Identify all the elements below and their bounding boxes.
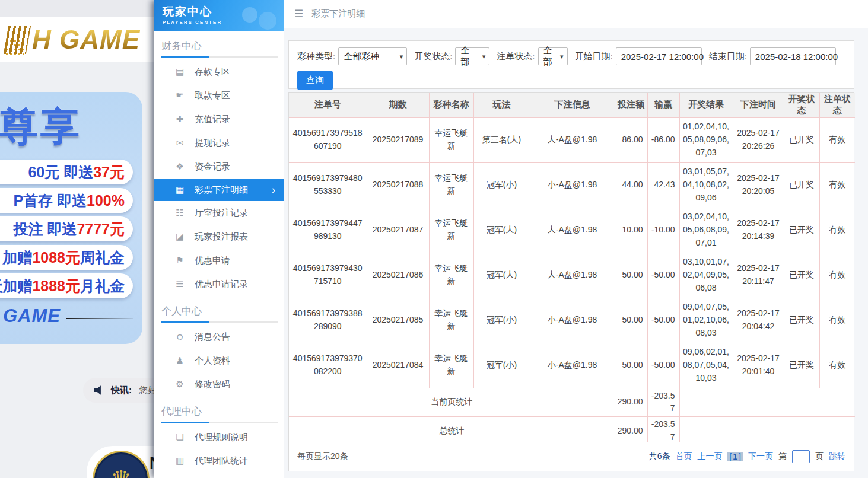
crest-logo-icon: ♛	[93, 451, 150, 478]
table-cell: 50.00	[615, 298, 647, 343]
table-cell: 已开奖	[784, 208, 819, 253]
lottery-type-select[interactable]: 全部彩种 ▾	[338, 47, 407, 65]
draw-status-select[interactable]: 全部 ▾	[455, 47, 489, 65]
sidebar-item[interactable]: Ω消息公告	[154, 325, 284, 349]
table-cell: 2025-02-17 20:01:40	[733, 343, 784, 388]
chevron-right-icon: ›	[272, 184, 275, 195]
next-page-link[interactable]: 下一页	[748, 451, 773, 462]
jump-page-input[interactable]	[792, 450, 810, 463]
lottery-bet-detail-icon: ▦	[174, 184, 185, 195]
table-cell: 86.00	[615, 117, 647, 162]
total-count-text: 共6条	[649, 451, 670, 462]
table-cell: -50.00	[647, 343, 679, 388]
table-cell: 2025-02-17 20:26:26	[733, 117, 784, 162]
sidebar-item[interactable]: ⚑优惠申请	[154, 248, 284, 272]
player-center-sidebar: 玩家中心 PLAYERS CENTER 财务中心▤存款专区☛取款专区✚充值记录✉…	[154, 0, 284, 478]
sidebar-item[interactable]: ⚙修改密码	[154, 372, 284, 396]
sidebar-item[interactable]: ▦彩票下注明细›	[154, 179, 284, 201]
table-cell: 幸运飞艇新	[429, 343, 473, 388]
column-header: 期数	[367, 93, 429, 117]
table-cell: 幸运飞艇新	[429, 208, 473, 253]
sidebar-header: 玩家中心 PLAYERS CENTER	[154, 0, 284, 31]
table-cell: 20250217087	[367, 208, 429, 253]
sidebar-item[interactable]: ♟个人资料	[154, 349, 284, 372]
sidebar-item[interactable]: ❏代理规则说明	[154, 425, 284, 449]
table-cell: 大-A盘@1.98	[530, 117, 615, 162]
table-cell: 有效	[819, 117, 855, 162]
promo-text-segment: 7777元	[77, 219, 125, 239]
sidebar-item-label: 个人资料	[195, 355, 230, 367]
sidebar-section-title: 代理中心	[161, 404, 276, 418]
recharge-record-icon: ✚	[174, 114, 185, 125]
hamburger-menu-icon[interactable]: ☰	[294, 8, 303, 20]
topbar: ☰ 彩票下注明细	[284, 0, 868, 28]
gamepad-graphic	[242, 2, 278, 28]
sidebar-item-label: 充值记录	[195, 114, 230, 125]
current-page-indicator: [1]	[727, 452, 743, 461]
table-cell: 2025-02-17 20:14:39	[733, 208, 784, 253]
table-cell: 401569173979447989130	[289, 208, 367, 253]
sidebar-item-label: 彩票下注明细	[195, 184, 248, 196]
promo-apply-icon: ⚑	[174, 255, 185, 266]
table-cell: 2025-02-17 20:04:42	[733, 298, 784, 343]
chevron-down-icon: ▾	[395, 53, 403, 60]
table-cell: -10.00	[647, 208, 679, 253]
table-cell: 冠军(大)	[473, 208, 530, 253]
table-cell: 已开奖	[784, 298, 819, 343]
sidebar-item[interactable]: ☰优惠申请记录	[154, 272, 284, 296]
table-row: 40156917397937008220020250217084幸运飞艇新冠军(…	[289, 343, 855, 388]
table-cell: 小-A盘@1.98	[530, 298, 615, 343]
brand-logo: H GAME	[32, 25, 140, 55]
end-date-input[interactable]: 2025-02-18 12:00:00	[750, 47, 836, 65]
sidebar-item[interactable]: ❖资金记录	[154, 155, 284, 179]
table-cell: 大-A盘@1.98	[530, 208, 615, 253]
sidebar-item[interactable]: ▥代理团队统计	[154, 449, 284, 473]
table-cell: 幸运飞艇新	[429, 117, 473, 162]
order-status-select[interactable]: 全部 ▾	[538, 47, 568, 65]
lottery-type-value: 全部彩种	[344, 51, 379, 62]
summary-row: 总统计290.00-203.57	[289, 416, 855, 445]
first-page-link[interactable]: 首页	[675, 451, 692, 462]
prev-page-link[interactable]: 上一页	[697, 451, 722, 462]
summary-label: 当前页统计	[289, 388, 615, 416]
table-cell: 有效	[819, 162, 855, 208]
sidebar-item[interactable]: ☛取款专区	[154, 84, 284, 107]
sidebar-item[interactable]: ☷厅室投注记录	[154, 201, 284, 225]
password-gear-icon: ⚙	[174, 379, 185, 390]
filter-panel: 彩种类型: 全部彩种 ▾ 开奖状态: 全部 ▾ 注单状态: 全部 ▾ 开始日期:…	[288, 40, 854, 89]
sidebar-item[interactable]: ✚充值记录	[154, 107, 284, 131]
sidebar-item-label: 存款专区	[195, 66, 230, 78]
table-cell: 20250217085	[367, 298, 429, 343]
table-cell: 冠军(小)	[473, 162, 530, 208]
sidebar-item-label: 玩家投注报表	[195, 231, 248, 243]
table-cell: 已开奖	[784, 117, 819, 162]
promo-text-segment: 投注 即送	[13, 219, 77, 239]
sidebar-item[interactable]: ◪玩家投注报表	[154, 225, 284, 248]
start-date-input[interactable]: 2025-02-17 12:00:00	[616, 47, 702, 65]
promo-text-segment: 天加赠	[0, 276, 32, 296]
jump-link[interactable]: 跳转	[829, 451, 845, 462]
query-button[interactable]: 查询	[297, 71, 333, 90]
sidebar-section-title: 财务中心	[161, 39, 276, 53]
pagination-bar: 每页显示20条 共6条 首页 上一页 [1] 下一页 第 页 跳转	[288, 442, 854, 471]
sidebar-item[interactable]: ▤存款专区	[154, 60, 284, 84]
profile-person-icon: ♟	[174, 355, 185, 366]
sidebar-item-label: 优惠申请	[195, 255, 230, 266]
promo-text-segment: 37元	[93, 162, 125, 182]
table-cell: 已开奖	[784, 253, 819, 298]
table-cell: 03,10,01,07,02,04,09,05,06,08	[679, 253, 733, 298]
column-header: 注单状态	[819, 93, 855, 117]
background-top-strip	[0, 0, 155, 17]
sidebar-item-label: 优惠申请记录	[195, 279, 248, 290]
promo-text-segment: 月礼金	[80, 276, 125, 296]
sidebar-item[interactable]: ✉提现记录	[154, 131, 284, 155]
sidebar-item-label: 资金记录	[195, 161, 230, 173]
funds-record-icon: ❖	[174, 161, 185, 172]
table-cell: 2025-02-17 20:11:47	[733, 253, 784, 298]
sidebar-section-title: 个人中心	[161, 304, 276, 318]
banner-dash-line	[66, 318, 133, 319]
table-cell: 小-A盘@1.98	[530, 162, 615, 208]
agent-team-icon: ▥	[174, 455, 185, 466]
sidebar-item-label: 取款专区	[195, 90, 230, 101]
summary-winloss-total: -203.57	[647, 416, 679, 445]
